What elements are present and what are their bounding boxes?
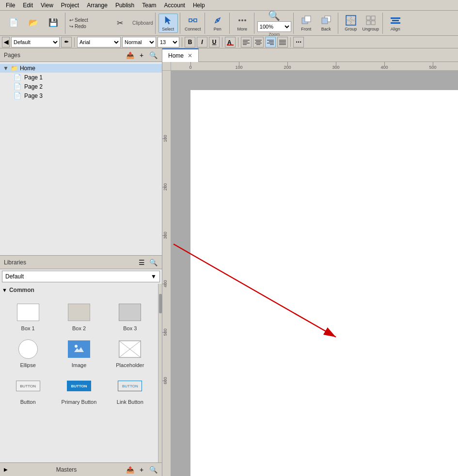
lib-item-box1[interactable]: Box 1 [4, 299, 52, 333]
page-doc-icon-3: 📄 [14, 92, 21, 99]
menu-publish[interactable]: Publish [111, 1, 138, 10]
menu-help[interactable]: Help [189, 1, 209, 10]
menu-view[interactable]: View [37, 1, 57, 10]
size-select[interactable]: 13 [158, 37, 179, 47]
page-item-3[interactable]: 📄 Page 3 [0, 91, 162, 100]
ruler-h-label-400: 400 [380, 65, 388, 70]
menu-arrange[interactable]: Arrange [83, 1, 111, 10]
masters-export-button[interactable]: 📤 [125, 465, 135, 475]
front-icon [301, 15, 312, 26]
primary-button-preview-wrap: BUTTON [65, 375, 93, 397]
align-right-button[interactable] [265, 37, 276, 47]
font-select[interactable]: Arial [77, 37, 121, 47]
ungroup-button[interactable]: Ungroup [361, 14, 380, 33]
libraries-menu-button[interactable]: ☰ [137, 258, 146, 267]
image-preview-wrap [65, 338, 93, 360]
lib-item-image[interactable]: Image [55, 336, 103, 370]
dropdown-chevron-icon: ▼ [151, 273, 157, 280]
library-dropdown-label: Default [5, 273, 24, 280]
new-button[interactable]: 📄 [4, 14, 23, 33]
select-button[interactable]: Select [158, 14, 178, 33]
more-button[interactable]: More [233, 14, 252, 33]
ruler-v-label-600: 600 [163, 377, 168, 384]
tabs-bar: Home ✕ [162, 48, 458, 62]
lib-item-placeholder[interactable]: Placeholder [106, 336, 154, 370]
masters-add-button[interactable]: + [137, 465, 146, 475]
group-ungroup-group: Group Ungroup [339, 13, 383, 34]
box2-shape [68, 304, 90, 321]
italic-button[interactable]: I [197, 37, 207, 47]
lib-item-ellipse[interactable]: Ellipse [4, 336, 52, 370]
redo-button[interactable]: ↪ Redo [68, 23, 87, 30]
more-format-button[interactable]: ⋯ [293, 37, 304, 47]
connect-button[interactable]: Connect [183, 14, 203, 33]
box1-label: Box 1 [21, 325, 35, 331]
ungroup-label: Ungroup [363, 27, 379, 31]
pages-search-button[interactable]: 🔍 [148, 50, 158, 60]
library-dropdown[interactable]: Default ▼ [2, 271, 160, 282]
masters-search-button[interactable]: 🔍 [148, 465, 158, 475]
menu-edit[interactable]: Edit [19, 1, 37, 10]
primary-button-shape: BUTTON [67, 381, 91, 391]
canvas-page[interactable] [190, 90, 458, 476]
pages-export-button[interactable]: 📤 [125, 50, 135, 60]
lib-item-box2[interactable]: Box 2 [55, 299, 103, 333]
common-category[interactable]: ▼ Common [2, 286, 156, 294]
undo-button[interactable]: ↩ Select [68, 17, 89, 23]
save-icon: 💾 [48, 17, 59, 28]
cut-button[interactable]: ✂ [108, 14, 132, 33]
pages-section: Pages 📤 + 🔍 ▼ 📁 Home 📄 Page 1 [0, 48, 162, 256]
lib-item-box3[interactable]: Box 3 [106, 299, 154, 333]
pages-root-item[interactable]: ▼ 📁 Home [0, 64, 162, 73]
zoom-group: 🔍 100% 75% 50% 150% 200% Zoom [255, 13, 294, 34]
lib-item-button[interactable]: BUTTON Button [4, 373, 52, 407]
category-label: Common [9, 287, 34, 293]
tab-home[interactable]: Home ✕ [162, 48, 199, 62]
pages-list: ▼ 📁 Home 📄 Page 1 📄 Page 2 📄 Page 3 [0, 62, 162, 255]
svg-rect-10 [322, 18, 328, 24]
group-button[interactable]: Group [341, 14, 361, 33]
menu-account[interactable]: Account [160, 1, 189, 10]
ellipse-preview [15, 338, 42, 360]
underline-button[interactable]: U [209, 37, 220, 47]
format-nav-left[interactable]: ◀ [2, 37, 10, 47]
align-center-button[interactable] [253, 37, 264, 47]
front-button[interactable]: Front [297, 14, 316, 33]
align-button[interactable]: Align [386, 14, 405, 33]
align-left-button[interactable] [241, 37, 252, 47]
canvas[interactable] [171, 71, 458, 476]
page-item-1[interactable]: 📄 Page 1 [0, 73, 162, 82]
style-edit-button[interactable]: ✏ [61, 37, 72, 47]
pen-button[interactable]: Pen [208, 14, 227, 33]
page-item-2[interactable]: 📄 Page 2 [0, 82, 162, 91]
font-color-button[interactable]: A [225, 37, 236, 47]
button-shape: BUTTON [16, 381, 40, 391]
save-button[interactable]: 💾 [44, 14, 63, 33]
menu-team[interactable]: Team [138, 1, 160, 10]
libraries-search-button[interactable]: 🔍 [148, 258, 158, 267]
library-grid: Box 1 Box 2 [2, 297, 156, 409]
weight-select[interactable]: Normal [122, 37, 156, 47]
libraries-title: Libraries [4, 259, 26, 266]
undo-label: Select [75, 17, 88, 23]
back-button[interactable]: Back [316, 14, 336, 33]
box2-label: Box 2 [72, 325, 86, 331]
page-doc-icon-1: 📄 [14, 74, 21, 81]
library-scrollbar[interactable] [158, 284, 162, 462]
library-scroll-thumb[interactable] [159, 294, 162, 313]
style-select[interactable]: Default [11, 37, 60, 47]
menu-project[interactable]: Project [57, 1, 83, 10]
lib-inner: ▼ Common Box 1 [0, 284, 158, 462]
lib-item-primary-button[interactable]: BUTTON Primary Button [55, 373, 103, 407]
zoom-select[interactable]: 100% 75% 50% 150% 200% [257, 21, 291, 32]
tab-close-icon[interactable]: ✕ [188, 52, 192, 59]
pages-add-button[interactable]: + [137, 50, 146, 60]
svg-rect-15 [346, 15, 356, 25]
fmt-divider-3 [222, 37, 222, 47]
align-justify-button[interactable] [277, 37, 288, 47]
open-button[interactable]: 📂 [24, 14, 43, 33]
pen-icon [212, 15, 223, 26]
menu-file[interactable]: File [2, 1, 19, 10]
lib-item-link-button[interactable]: BUTTON Link Button [106, 373, 154, 407]
bold-button[interactable]: B [185, 37, 195, 47]
